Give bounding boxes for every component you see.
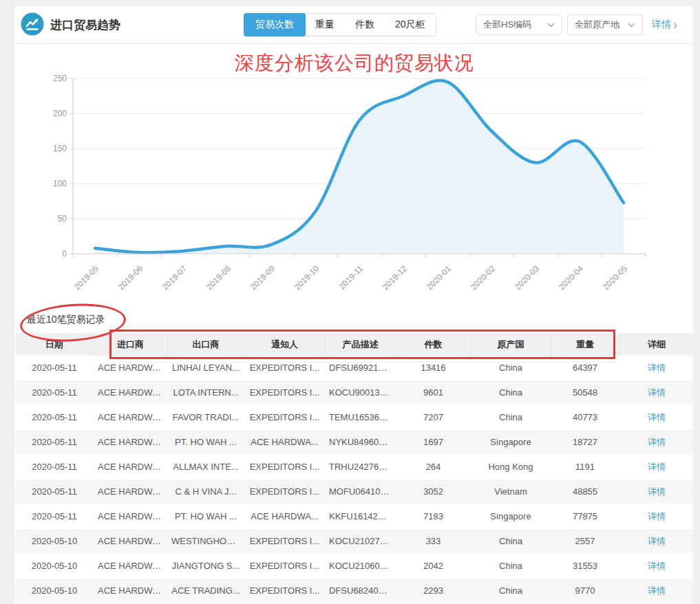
tab-20ft-container[interactable]: 20尺柜 [385, 14, 436, 36]
cell-importer: ACE HARDWA... [94, 554, 167, 579]
cell-date: 2020-05-11 [15, 356, 94, 380]
cell-detail: 详情 [619, 455, 694, 479]
row-detail-link[interactable]: 详情 [648, 363, 666, 373]
cell-importer: ACE HARDWA... [94, 356, 167, 380]
cell-detail: 详情 [619, 430, 694, 455]
cell-weight: 50548 [551, 380, 619, 405]
origin-filter-dropdown[interactable]: 全部原产地 [567, 14, 643, 35]
topbar: 进口贸易趋势 贸易次数 重量 件数 20尺柜 全部HS编码 全部原产地 [14, 6, 694, 44]
row-detail-link[interactable]: 详情 [648, 437, 666, 447]
cell-exporter: LINHAI LEYAN... [167, 356, 244, 380]
cell-notify-party: EXPEDITORS I... [244, 356, 325, 380]
cell-quantity: 333 [396, 529, 471, 554]
cell-weight: 77875 [551, 504, 619, 529]
cell-importer: ACE HARDWA... [94, 579, 167, 603]
cell-quantity: 9601 [396, 380, 471, 405]
cell-date: 2020-05-11 [15, 380, 94, 405]
tab-trade-count[interactable]: 贸易次数 [244, 13, 306, 36]
cell-exporter: WESTINGHOU... [167, 529, 244, 554]
row-detail-link[interactable]: 详情 [648, 536, 666, 546]
cell-quantity: 7207 [396, 405, 471, 430]
cell-notify-party: EXPEDITORS I... [244, 579, 325, 603]
svg-text:2019-06: 2019-06 [116, 263, 145, 292]
cell-date: 2020-05-11 [15, 430, 94, 455]
cell-date: 2020-05-11 [15, 405, 94, 430]
row-detail-link[interactable]: 详情 [648, 561, 666, 571]
cell-notify-party: EXPEDITORS I... [244, 455, 325, 479]
cell-exporter: PT. HO WAH ... [167, 430, 244, 455]
table-row: 2020-05-10ACE HARDWA...ACE TRADING...EXP… [15, 579, 694, 603]
cell-exporter: C & H VINA J... [167, 479, 244, 504]
cell-detail: 详情 [619, 405, 694, 430]
svg-text:2020-05: 2020-05 [601, 263, 629, 292]
origin-filter-label: 全部原产地 [575, 19, 619, 31]
cell-detail: 详情 [619, 554, 694, 579]
tab-quantity[interactable]: 件数 [345, 14, 385, 36]
cell-origin-country: Singapore [471, 504, 551, 529]
cell-detail: 详情 [619, 579, 694, 603]
page-title: 进口贸易趋势 [50, 6, 120, 43]
cell-weight: 48855 [551, 479, 619, 504]
cell-detail: 详情 [619, 380, 694, 405]
cell-importer: ACE HARDWA... [94, 405, 167, 430]
cell-notify-party: EXPEDITORS I... [244, 554, 325, 579]
cell-weight: 31553 [551, 554, 619, 579]
cell-exporter: FAVOR TRADI... [167, 405, 244, 430]
cell-exporter: JIANGTONG S... [167, 554, 244, 579]
header-detail-link[interactable]: 详情 › [652, 14, 677, 35]
cell-origin-country: Singapore [471, 430, 551, 455]
chart-area: 0501001502002502019-052019-062019-072019… [14, 6, 694, 303]
cell-notify-party: EXPEDITORS I... [244, 479, 325, 504]
svg-text:2019-09: 2019-09 [248, 263, 277, 292]
svg-text:2019-05: 2019-05 [72, 263, 100, 292]
table-row: 2020-05-11ACE HARDWA...PT. HO WAH ...ACE… [15, 504, 694, 529]
cell-notify-party: EXPEDITORS I... [244, 380, 325, 405]
page: 进口贸易趋势 贸易次数 重量 件数 20尺柜 全部HS编码 全部原产地 [0, 0, 700, 604]
svg-text:2019-11: 2019-11 [337, 263, 365, 292]
cell-origin-country: China [471, 356, 551, 380]
cell-date: 2020-05-11 [15, 479, 94, 504]
cell-origin-country: China [471, 529, 551, 554]
svg-text:150: 150 [53, 144, 67, 153]
row-detail-link[interactable]: 详情 [648, 486, 666, 497]
col-header-exporter: 出口商 [167, 333, 244, 356]
svg-text:2020-03: 2020-03 [513, 263, 541, 292]
tab-weight[interactable]: 重量 [305, 14, 345, 36]
cell-quantity: 1697 [396, 430, 471, 455]
chevron-right-icon: › [673, 19, 677, 31]
row-detail-link[interactable]: 详情 [648, 412, 666, 422]
cell-product-desc: TEMU1653643... [325, 405, 396, 430]
cell-notify-party: ACE HARDWA... [244, 504, 325, 529]
cell-origin-country: Hong Kong [471, 455, 551, 479]
table-row: 2020-05-10ACE HARDWA...WESTINGHOU...EXPE… [15, 529, 694, 554]
trade-table-body: 2020-05-11ACE HARDWA...LINHAI LEYAN...EX… [15, 356, 694, 603]
col-header-product-desc: 产品描述 [325, 333, 396, 356]
row-detail-link[interactable]: 详情 [648, 462, 666, 472]
cell-product-desc: KOCU2106066... [325, 554, 396, 579]
svg-text:100: 100 [53, 179, 67, 188]
svg-text:2019-12: 2019-12 [381, 263, 409, 292]
row-detail-link[interactable]: 详情 [648, 387, 666, 398]
row-detail-link[interactable]: 详情 [648, 585, 666, 596]
trend-line-icon [21, 12, 44, 36]
svg-text:2020-02: 2020-02 [469, 263, 497, 292]
cell-quantity: 7183 [396, 504, 471, 529]
cell-origin-country: China [471, 579, 551, 603]
col-header-importer: 进口商 [94, 333, 167, 356]
cell-date: 2020-05-11 [15, 455, 94, 479]
metric-tabs: 贸易次数 重量 件数 20尺柜 [244, 13, 436, 36]
svg-text:50: 50 [58, 214, 67, 224]
hs-code-filter-dropdown[interactable]: 全部HS编码 [476, 14, 562, 35]
chevron-down-icon [628, 23, 635, 28]
cell-detail: 详情 [619, 504, 694, 529]
cell-importer: ACE HARDWA... [94, 529, 167, 554]
svg-text:200: 200 [53, 109, 67, 118]
cell-date: 2020-05-10 [15, 529, 94, 554]
cell-quantity: 2042 [396, 554, 471, 579]
svg-text:0: 0 [62, 249, 67, 259]
svg-text:2019-10: 2019-10 [293, 263, 321, 292]
cell-notify-party: EXPEDITORS I... [244, 529, 325, 554]
row-detail-link[interactable]: 详情 [648, 511, 666, 521]
svg-text:250: 250 [53, 74, 67, 83]
cell-notify-party: ACE HARDWA... [244, 430, 325, 455]
